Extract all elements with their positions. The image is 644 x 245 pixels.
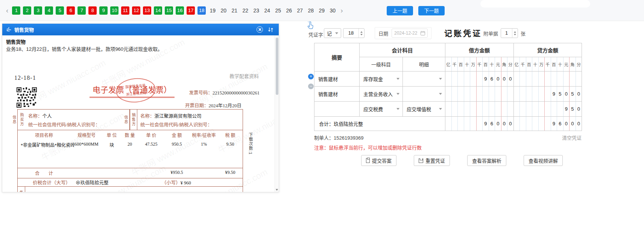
attachment-count-input[interactable]: 1 — [501, 28, 518, 38]
question-button-8[interactable]: 8 — [88, 6, 97, 15]
scrollbar-thumb[interactable] — [276, 38, 278, 95]
total-credit-digit-cell[interactable]: 0 — [563, 117, 570, 131]
subject-select[interactable]: 主营业务收入 — [360, 87, 402, 101]
total-debit-digit-cell[interactable] — [464, 117, 470, 131]
question-button-10[interactable]: 10 — [110, 6, 118, 15]
debit-digit-cell[interactable] — [476, 72, 483, 87]
debit-digit-cell[interactable] — [476, 87, 483, 102]
question-button-30[interactable]: 30 — [328, 6, 337, 15]
credit-digit-cell[interactable] — [532, 87, 539, 102]
debit-digit-cell[interactable] — [495, 87, 501, 102]
voucher-word-select[interactable]: 记 — [324, 28, 341, 38]
credit-digit-cell[interactable]: 9 — [551, 87, 557, 102]
debit-digit-cell[interactable]: 6 — [489, 72, 495, 87]
total-credit-digit-cell[interactable] — [520, 117, 526, 131]
action-button-2[interactable]: 重置凭证 — [414, 155, 450, 166]
debit-digit-cell[interactable] — [507, 87, 514, 102]
question-button-15[interactable]: 15 — [165, 6, 173, 15]
credit-digit-cell[interactable] — [545, 87, 551, 102]
credit-digit-cell[interactable] — [563, 72, 570, 87]
debit-digit-cell[interactable] — [489, 87, 495, 102]
credit-digit-cell[interactable] — [526, 72, 532, 87]
debit-digit-cell[interactable] — [489, 102, 495, 117]
subject-select[interactable]: 库存现金 — [360, 72, 402, 86]
detail-select[interactable] — [403, 87, 445, 101]
question-button-27[interactable]: 27 — [296, 6, 304, 15]
total-credit-digit-cell[interactable]: 0 — [576, 117, 582, 131]
debit-digit-cell[interactable] — [458, 72, 464, 87]
add-row-button[interactable]: + — [308, 74, 314, 79]
summary-cell[interactable] — [314, 102, 360, 117]
total-debit-digit-cell[interactable]: 0 — [495, 117, 501, 131]
debit-digit-cell[interactable] — [470, 102, 477, 117]
total-debit-digit-cell[interactable] — [470, 117, 477, 131]
debit-digit-cell[interactable] — [470, 72, 477, 87]
debit-digit-cell[interactable] — [445, 72, 452, 87]
credit-digit-cell[interactable] — [526, 87, 532, 102]
total-debit-digit-cell[interactable]: 6 — [489, 117, 495, 131]
debit-digit-cell[interactable] — [476, 102, 483, 117]
credit-digit-cell[interactable]: 5 — [557, 87, 564, 102]
credit-digit-cell[interactable]: 0 — [576, 87, 582, 102]
credit-digit-cell[interactable] — [520, 102, 526, 117]
credit-digit-cell[interactable] — [538, 87, 545, 102]
collapse-double-chevron-icon[interactable] — [5, 26, 12, 33]
debit-digit-cell[interactable]: 0 — [495, 72, 501, 87]
credit-digit-cell[interactable]: 5 — [570, 87, 576, 102]
attachment-stepper[interactable] — [512, 29, 518, 38]
panel-scrollbar[interactable] — [275, 35, 279, 192]
next-question-button[interactable]: 下一题 — [418, 6, 445, 15]
clear-voucher-link[interactable]: 清空凭证 — [562, 134, 582, 141]
credit-digit-cell[interactable] — [513, 102, 520, 117]
total-debit-digit-cell[interactable] — [445, 117, 452, 131]
total-debit-digit-cell[interactable] — [476, 117, 483, 131]
swap-panels-icon[interactable] — [268, 27, 273, 32]
action-button-4[interactable]: 查看视频讲解 — [524, 155, 563, 166]
debit-digit-cell[interactable] — [458, 102, 464, 117]
credit-digit-cell[interactable] — [557, 102, 564, 117]
question-button-21[interactable]: 21 — [230, 6, 238, 15]
question-button-2[interactable]: 2 — [23, 6, 31, 15]
credit-digit-cell[interactable]: 0 — [576, 102, 582, 117]
question-button-5[interactable]: 5 — [56, 6, 64, 15]
credit-digit-cell[interactable] — [570, 72, 576, 87]
total-credit-digit-cell[interactable] — [538, 117, 545, 131]
debit-digit-cell[interactable] — [483, 87, 489, 102]
question-button-22[interactable]: 22 — [241, 6, 249, 15]
question-button-19[interactable]: 19 — [208, 6, 217, 15]
credit-digit-cell[interactable] — [532, 72, 539, 87]
date-input[interactable]: 2024-12-22 — [392, 29, 428, 38]
summary-cell[interactable]: 销售建材 — [314, 87, 360, 102]
credit-digit-cell[interactable] — [557, 72, 564, 87]
credit-digit-cell[interactable] — [526, 102, 532, 117]
action-button-1[interactable]: 提交答案 — [361, 155, 396, 166]
total-credit-digit-cell[interactable]: 9 — [551, 117, 557, 131]
question-button-13[interactable]: 13 — [143, 6, 151, 15]
credit-digit-cell[interactable] — [551, 72, 557, 87]
total-credit-digit-cell[interactable] — [526, 117, 532, 131]
question-button-18[interactable]: 18 — [197, 6, 206, 15]
subject-select[interactable]: 应交税费 — [360, 102, 402, 116]
credit-digit-cell[interactable]: 0 — [563, 87, 570, 102]
question-button-16[interactable]: 16 — [176, 6, 184, 15]
debit-digit-cell[interactable] — [501, 87, 507, 102]
detail-select[interactable]: 应交增值税 — [403, 102, 445, 116]
action-button-3[interactable]: 查看答案解析 — [467, 155, 506, 166]
credit-digit-cell[interactable]: 5 — [570, 102, 576, 117]
question-button-1[interactable]: 1 — [12, 6, 20, 15]
question-button-3[interactable]: 3 — [34, 6, 42, 15]
question-button-17[interactable]: 17 — [187, 6, 195, 15]
scrollbar-down-arrow-icon[interactable] — [276, 189, 278, 191]
total-credit-digit-cell[interactable]: 0 — [570, 117, 576, 131]
credit-digit-cell[interactable] — [545, 72, 551, 87]
total-credit-digit-cell[interactable] — [532, 117, 539, 131]
prev-page-chevron-icon[interactable]: ‹ — [6, 6, 8, 15]
question-button-24[interactable]: 24 — [263, 6, 271, 15]
total-debit-digit-cell[interactable] — [451, 117, 458, 131]
detail-select[interactable] — [403, 72, 445, 86]
question-button-23[interactable]: 23 — [252, 6, 260, 15]
question-button-11[interactable]: 11 — [121, 6, 129, 15]
question-button-28[interactable]: 28 — [307, 6, 315, 15]
credit-digit-cell[interactable] — [513, 87, 520, 102]
number-stepper[interactable] — [358, 29, 364, 38]
